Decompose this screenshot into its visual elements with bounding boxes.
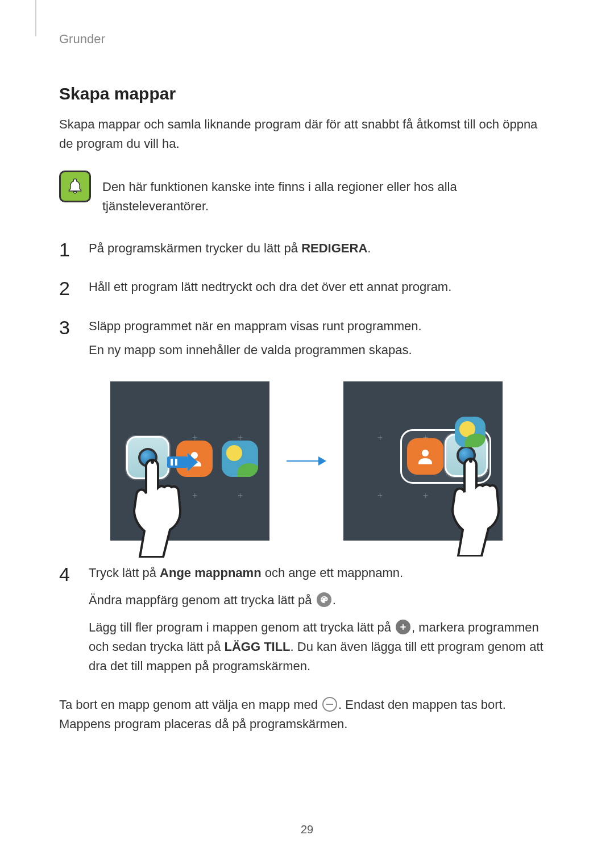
minus-icon bbox=[322, 697, 337, 712]
app-gallery-icon bbox=[455, 417, 486, 447]
app-gallery-icon bbox=[222, 441, 258, 477]
flow-arrow-icon bbox=[287, 456, 326, 466]
trailing-pre: Ta bort en mapp genom att välja en mapp … bbox=[59, 697, 321, 712]
step-4-number: 4 bbox=[59, 563, 76, 680]
step-4-line2-pre: Ändra mappfärg genom att trycka lätt på bbox=[89, 593, 316, 607]
diagram-row: + + + + + + bbox=[59, 381, 554, 541]
note-text: Den här funktionen kanske inte finns i a… bbox=[102, 171, 554, 216]
step-4-line1-pre: Tryck lätt på bbox=[89, 566, 160, 580]
step-3-body: Släpp programmet när en mappram visas ru… bbox=[89, 317, 554, 364]
hand-pointer-icon bbox=[448, 454, 528, 556]
step-1-post: . bbox=[367, 241, 371, 255]
step-1-bold: REDIGERA bbox=[301, 241, 367, 255]
step-1-pre: På programskärmen trycker du lätt på bbox=[89, 241, 301, 255]
step-3-line2: En ny mapp som innehåller de valda progr… bbox=[89, 340, 554, 360]
svg-point-3 bbox=[469, 459, 472, 463]
bell-icon bbox=[59, 171, 91, 202]
step-4: 4 Tryck lätt på Ange mappnamn och ange e… bbox=[59, 563, 554, 680]
step-4-line2-post: . bbox=[333, 593, 336, 607]
grid-marker: + bbox=[377, 491, 383, 501]
step-1-number: 1 bbox=[59, 239, 76, 263]
step-2: 2 Håll ett program lätt nedtryckt och dr… bbox=[59, 277, 554, 301]
step-4-body: Tryck lätt på Ange mappnamn och ange ett… bbox=[89, 563, 554, 680]
step-1: 1 På programskärmen trycker du lätt på R… bbox=[59, 239, 554, 263]
step-2-body: Håll ett program lätt nedtryckt och dra … bbox=[89, 277, 554, 301]
diagram-panel-after: + + + + + bbox=[343, 381, 503, 541]
breadcrumb: Grunder bbox=[59, 32, 105, 47]
page-margin-line bbox=[35, 0, 36, 36]
svg-point-1 bbox=[151, 460, 154, 464]
main-content: Skapa mappar Skapa mappar och samla likn… bbox=[59, 84, 554, 734]
note-box: Den här funktionen kanske inte finns i a… bbox=[59, 171, 554, 216]
palette-icon bbox=[317, 592, 331, 607]
step-4-line1-bold: Ange mappnamn bbox=[160, 566, 261, 580]
page-number: 29 bbox=[301, 823, 313, 836]
hand-pointer-icon bbox=[130, 455, 209, 558]
section-title: Skapa mappar bbox=[59, 84, 554, 103]
grid-marker: + bbox=[423, 491, 428, 501]
svg-point-2 bbox=[422, 450, 429, 456]
step-4-line1-post: och ange ett mappnamn. bbox=[262, 566, 404, 580]
step-3-line1: Släpp programmet när en mappram visas ru… bbox=[89, 317, 554, 336]
grid-marker: + bbox=[238, 491, 243, 501]
trailing-paragraph: Ta bort en mapp genom att välja en mapp … bbox=[59, 695, 554, 734]
grid-marker: + bbox=[377, 433, 383, 443]
step-4-line3-bold: LÄGG TILL bbox=[224, 639, 290, 654]
step-3-number: 3 bbox=[59, 317, 76, 364]
diagram-panel-before: + + + + bbox=[110, 381, 269, 541]
intro-paragraph: Skapa mappar och samla liknande program … bbox=[59, 115, 554, 153]
step-3: 3 Släpp programmet när en mappram visas … bbox=[59, 317, 554, 364]
step-2-text: Håll ett program lätt nedtryckt och dra … bbox=[89, 277, 554, 297]
step-2-number: 2 bbox=[59, 277, 76, 301]
plus-icon bbox=[396, 620, 410, 634]
step-4-line3-pre: Lägg till fler program i mappen genom at… bbox=[89, 620, 395, 634]
step-1-body: På programskärmen trycker du lätt på RED… bbox=[89, 239, 554, 263]
app-contacts-icon bbox=[407, 438, 443, 475]
